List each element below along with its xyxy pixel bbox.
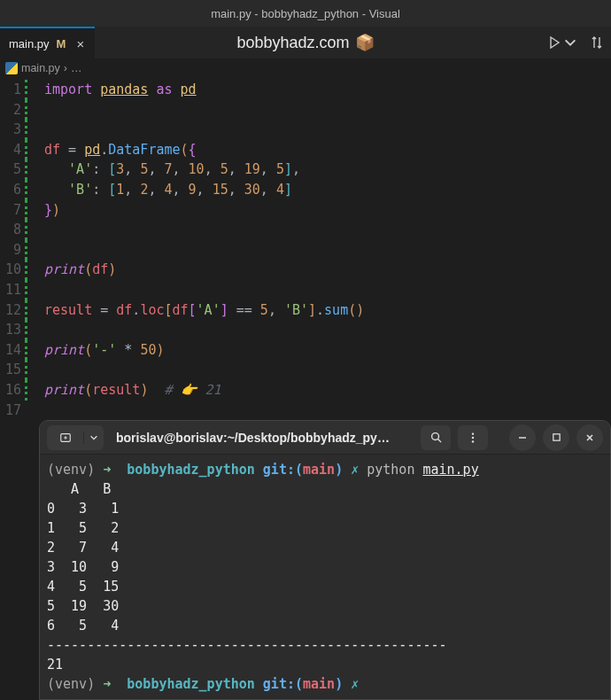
terminal-title: borislav@borislav:~/Desktop/bobbyhadz_py… — [111, 431, 414, 445]
breadcrumb-file: main.py — [21, 62, 60, 74]
code-content[interactable]: import pandas as pd df = pd.DataFrame({ … — [32, 80, 364, 420]
tab-modified-indicator: M — [57, 37, 66, 51]
tab-close-icon[interactable]: × — [76, 36, 84, 51]
svg-rect-5 — [553, 434, 559, 440]
site-text: bobbyhadz.com — [236, 34, 349, 52]
svg-point-3 — [472, 436, 474, 438]
cube-icon: 📦 — [355, 33, 375, 52]
svg-point-4 — [472, 440, 474, 442]
header-bar: main.py M × bobbyhadz.com 📦 — [0, 27, 611, 58]
compare-icon[interactable] — [590, 35, 604, 50]
svg-point-2 — [472, 432, 474, 434]
terminal-window: borislav@borislav:~/Desktop/bobbyhadz_py… — [39, 420, 611, 700]
terminal-body[interactable]: (venv) ➜ bobbyhadz_python git:(main) ✗ p… — [40, 455, 610, 699]
terminal-menu-button[interactable] — [458, 425, 488, 450]
code-editor[interactable]: 1234567891011121314151617 import pandas … — [0, 78, 611, 420]
window-titlebar: main.py - bobbyhadz_python - Visual — [0, 0, 611, 27]
chevron-down-icon — [563, 35, 577, 50]
terminal-new-tab-dropdown[interactable] — [84, 433, 104, 442]
breadcrumb[interactable]: main.py › … — [0, 58, 611, 78]
minimize-icon — [517, 432, 528, 443]
tab-filename: main.py — [9, 37, 50, 51]
gutter-modified-markers — [25, 80, 32, 420]
svg-point-1 — [431, 433, 438, 440]
window-title: main.py - bobbyhadz_python - Visual — [211, 7, 400, 20]
breadcrumb-rest: … — [71, 62, 82, 74]
terminal-titlebar: borislav@borislav:~/Desktop/bobbyhadz_py… — [40, 421, 610, 455]
terminal-new-tab-button[interactable] — [47, 425, 104, 450]
editor-tab[interactable]: main.py M × — [0, 27, 95, 58]
breadcrumb-sep: › — [64, 62, 67, 74]
terminal-close-button[interactable] — [576, 424, 603, 451]
search-icon — [429, 431, 443, 444]
play-icon — [547, 35, 561, 50]
site-label: bobbyhadz.com 📦 — [236, 33, 374, 52]
terminal-minimize-button[interactable] — [509, 424, 536, 451]
run-button[interactable] — [547, 35, 577, 50]
line-number-gutter: 1234567891011121314151617 — [0, 80, 25, 420]
close-icon — [584, 432, 595, 443]
terminal-maximize-button[interactable] — [543, 424, 569, 451]
kebab-icon — [467, 432, 479, 444]
maximize-icon — [552, 432, 561, 442]
terminal-search-button[interactable] — [421, 425, 451, 450]
terminal-plus-icon[interactable] — [47, 432, 84, 444]
python-file-icon — [5, 62, 18, 74]
